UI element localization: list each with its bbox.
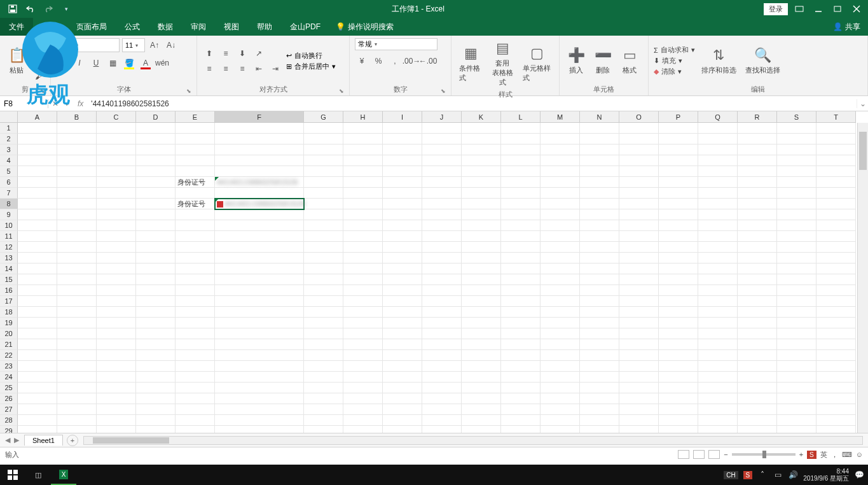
cell[interactable] — [619, 242, 659, 253]
cell[interactable] — [777, 242, 816, 253]
cell[interactable] — [816, 318, 856, 328]
cell[interactable] — [97, 383, 136, 393]
fill-button[interactable]: ⬇填充▾ — [654, 56, 695, 66]
cell[interactable] — [343, 372, 383, 383]
cell[interactable] — [738, 209, 777, 220]
cell[interactable] — [619, 199, 659, 209]
cell[interactable] — [501, 383, 541, 393]
sheet-tab-sheet1[interactable]: Sheet1 — [24, 435, 63, 446]
cell[interactable] — [97, 350, 136, 361]
tray-volume-icon[interactable]: 🔊 — [788, 470, 798, 480]
cell[interactable] — [698, 220, 738, 231]
cell[interactable] — [462, 264, 501, 274]
cell[interactable] — [176, 296, 215, 307]
cell[interactable] — [97, 318, 136, 328]
cell[interactable] — [659, 339, 698, 350]
cell[interactable] — [343, 307, 383, 318]
cell[interactable] — [580, 144, 619, 155]
cell[interactable] — [18, 361, 57, 372]
cell[interactable] — [659, 404, 698, 415]
format-table-button[interactable]: ▤套用 表格格式 — [488, 38, 516, 88]
cell[interactable] — [422, 231, 462, 242]
cell[interactable] — [541, 415, 580, 426]
cell[interactable] — [422, 285, 462, 296]
cell[interactable] — [698, 188, 738, 199]
cell[interactable] — [501, 188, 541, 199]
alignment-launcher-icon[interactable]: ⬊ — [339, 88, 344, 94]
cell[interactable] — [738, 220, 777, 231]
cell[interactable] — [97, 264, 136, 274]
cell[interactable] — [738, 404, 777, 415]
column-header[interactable]: L — [501, 111, 541, 123]
cell[interactable] — [462, 318, 501, 328]
cell[interactable] — [462, 307, 501, 318]
cell[interactable] — [619, 134, 659, 144]
cell[interactable] — [18, 253, 57, 264]
cell[interactable] — [304, 328, 343, 339]
row-header[interactable]: 26 — [0, 393, 18, 404]
font-size-combo[interactable]: 11▾ — [122, 38, 145, 52]
row-header[interactable]: 19 — [0, 318, 18, 328]
cell[interactable] — [18, 393, 57, 404]
cell[interactable] — [176, 285, 215, 296]
cell[interactable] — [383, 350, 422, 361]
cell[interactable] — [777, 177, 816, 188]
cell[interactable] — [738, 123, 777, 134]
cell[interactable] — [501, 199, 541, 209]
cell[interactable] — [422, 144, 462, 155]
cell[interactable] — [659, 177, 698, 188]
cell[interactable] — [738, 188, 777, 199]
cell[interactable] — [698, 383, 738, 393]
normal-view-button[interactable] — [678, 450, 689, 459]
row-header[interactable]: 29 — [0, 426, 18, 433]
cell[interactable] — [136, 372, 176, 383]
fill-color-button[interactable]: 🪣 — [122, 56, 136, 70]
excel-taskbar-button[interactable]: X — [51, 465, 76, 485]
find-select-button[interactable]: 🔍查找和选择 — [743, 45, 783, 76]
cell[interactable] — [738, 134, 777, 144]
cell[interactable] — [176, 264, 215, 274]
cell[interactable] — [18, 328, 57, 339]
cell[interactable] — [18, 274, 57, 285]
cell[interactable] — [215, 404, 304, 415]
align-top-button[interactable]: ⬆ — [202, 46, 216, 60]
cell[interactable] — [97, 339, 136, 350]
cell[interactable] — [97, 361, 136, 372]
cell[interactable] — [738, 383, 777, 393]
cell[interactable] — [215, 209, 304, 220]
cell[interactable] — [18, 372, 57, 383]
cell[interactable] — [462, 426, 501, 433]
cell[interactable] — [501, 242, 541, 253]
cell[interactable] — [343, 177, 383, 188]
cell[interactable] — [215, 361, 304, 372]
cell[interactable] — [619, 372, 659, 383]
cell[interactable] — [304, 383, 343, 393]
share-button[interactable]: 👤 共享 — [833, 22, 868, 32]
cell[interactable] — [580, 209, 619, 220]
format-cells-button[interactable]: ▭格式 — [618, 45, 641, 76]
tab-page-layout[interactable]: 页面布局 — [67, 18, 116, 36]
cell[interactable] — [304, 220, 343, 231]
cell[interactable] — [541, 155, 580, 166]
cell[interactable] — [501, 415, 541, 426]
zoom-handle[interactable] — [762, 451, 766, 458]
cell[interactable] — [541, 242, 580, 253]
cell[interactable] — [541, 188, 580, 199]
prev-sheet-icon[interactable]: ◀ — [5, 436, 10, 444]
cell[interactable] — [304, 404, 343, 415]
cell[interactable] — [422, 393, 462, 404]
cell[interactable] — [816, 123, 856, 134]
horizontal-scrollbar[interactable] — [83, 436, 863, 445]
cell[interactable] — [383, 209, 422, 220]
cell[interactable] — [541, 220, 580, 231]
cell[interactable] — [659, 393, 698, 404]
cell[interactable] — [18, 285, 57, 296]
cell[interactable] — [343, 220, 383, 231]
taskbar-clock[interactable]: 8:44 2019/9/6 星期五 — [803, 468, 849, 482]
cell[interactable] — [383, 328, 422, 339]
cell[interactable] — [136, 264, 176, 274]
cell[interactable] — [698, 339, 738, 350]
cell[interactable] — [18, 209, 57, 220]
cell[interactable] — [383, 296, 422, 307]
cell[interactable] — [698, 242, 738, 253]
